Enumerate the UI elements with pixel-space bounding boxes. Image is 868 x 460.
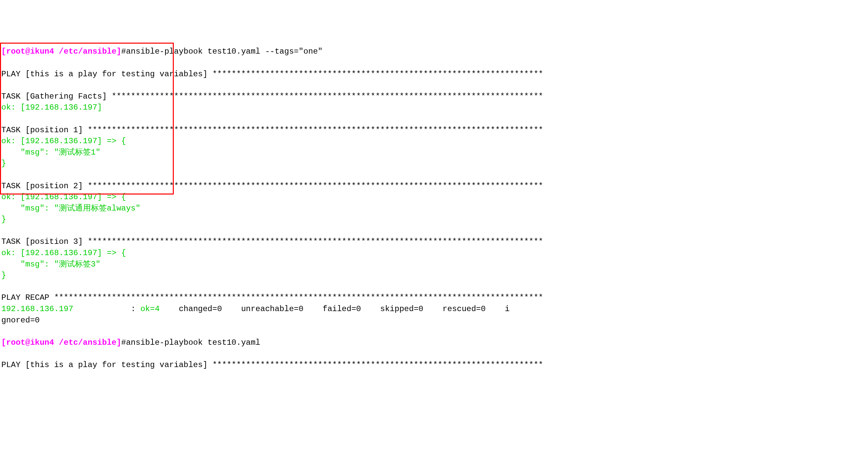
prompt-hash: # — [121, 47, 126, 56]
task-position-3: TASK [position 3] **********************… — [1, 237, 543, 246]
recap-sep: : — [73, 304, 141, 313]
prompt-hash-2: # — [121, 338, 126, 347]
command-2: ansible-playbook test10.yaml — [126, 338, 260, 347]
task3-ok-line1: ok: [192.168.136.197] => { — [1, 248, 126, 257]
recap-stats-1: changed=0 unreachable=0 failed=0 skipped… — [174, 304, 510, 313]
prompt-user-2: [root@ikun4 /etc/ansible] — [1, 338, 121, 347]
task-gathering-facts: TASK [Gathering Facts] *****************… — [1, 92, 543, 101]
gather-ok: ok: [192.168.136.197] — [1, 103, 102, 112]
command-1: ansible-playbook test10.yaml --tags="one… — [126, 47, 322, 56]
task-position-2: TASK [position 2] **********************… — [1, 182, 543, 190]
task3-ok-line2: "msg": "测试标签3" — [1, 260, 100, 269]
task2-ok-line3: } — [1, 215, 6, 224]
prompt-user: [root@ikun4 /etc/ansible] — [1, 47, 121, 56]
recap-stats-2: gnored=0 — [1, 316, 40, 325]
task2-ok-line1: ok: [192.168.136.197] => { — [1, 192, 126, 202]
terminal-output[interactable]: [root@ikun4 /etc/ansible]#ansible-playbo… — [0, 44, 868, 372]
task-position-1: TASK [position 1] **********************… — [1, 126, 543, 134]
task3-ok-line3: } — [1, 271, 6, 280]
recap-ok: ok=4 — [141, 304, 174, 313]
recap-host: 192.168.136.197 — [1, 304, 73, 313]
play-header: PLAY [this is a play for testing variabl… — [1, 70, 543, 79]
task1-ok-line2: "msg": "测试标签1" — [1, 148, 100, 157]
task2-ok-line2: "msg": "测试通用标签always" — [1, 204, 141, 213]
play2-header: PLAY [this is a play for testing variabl… — [1, 360, 543, 369]
task1-ok-line1: ok: [192.168.136.197] => { — [1, 136, 126, 146]
task1-ok-line3: } — [1, 159, 6, 168]
play-recap-header: PLAY RECAP *****************************… — [1, 293, 543, 302]
